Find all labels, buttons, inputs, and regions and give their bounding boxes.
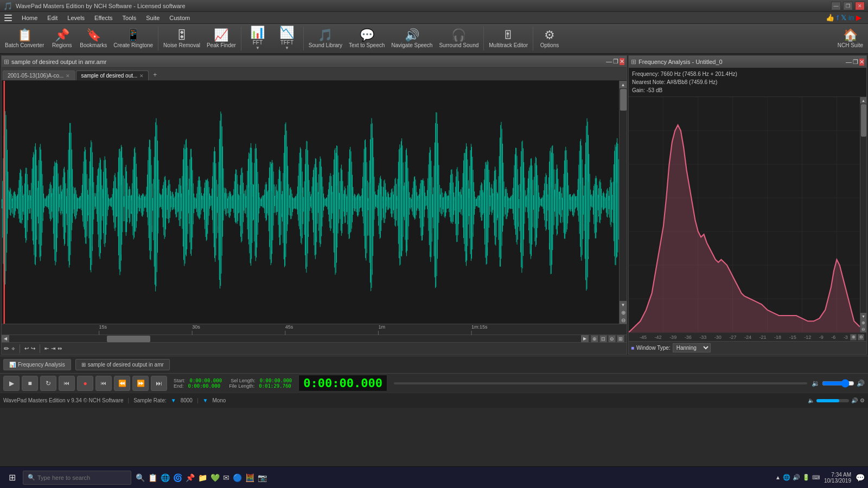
menu-levels[interactable]: Levels <box>63 14 89 22</box>
taskbar-search[interactable]: 🔍 <box>136 473 145 482</box>
minimize-button[interactable]: — <box>831 2 841 10</box>
freq-zoom-out-h[interactable]: ⊖ <box>858 334 864 341</box>
freq-zoom-in-h[interactable]: ⊕ <box>850 334 857 341</box>
menu-effects[interactable]: Effects <box>90 14 117 22</box>
freq-scroll-track[interactable] <box>860 104 866 313</box>
tray-arrow[interactable]: ▲ <box>775 474 781 480</box>
settings-icon[interactable]: ⚙ <box>860 397 865 403</box>
h-scroll-track[interactable] <box>9 335 581 342</box>
menu-edit[interactable]: Edit <box>43 14 62 22</box>
waveform-minimize[interactable]: — <box>606 58 612 65</box>
scroll-right-button[interactable]: ▶ <box>581 335 589 343</box>
status-tab-freq[interactable]: 📊 Frequency Analysis <box>3 359 71 370</box>
play-button[interactable]: ▶ <box>3 376 20 391</box>
tab-1-close[interactable]: ✕ <box>139 73 144 79</box>
channels-dropdown[interactable]: ▼ <box>203 397 208 403</box>
taskbar-edge[interactable]: 🌐 <box>161 473 170 482</box>
notifications-icon[interactable]: 💬 <box>856 473 865 482</box>
search-bar[interactable]: 🔍 <box>23 471 131 485</box>
tab-0-close[interactable]: ✕ <box>66 73 70 79</box>
loop-button[interactable]: ↻ <box>40 376 56 391</box>
peak-finder-button[interactable]: 📈 Peak Finder <box>204 25 239 52</box>
window-type-select[interactable]: Hanning Hamming Blackman <box>673 343 711 352</box>
h-scroll-thumb[interactable] <box>107 336 150 342</box>
undo-button[interactable]: ↩ <box>24 345 29 351</box>
align-center[interactable]: ⇔ <box>58 345 62 351</box>
create-ringtone-button[interactable]: 📱 Create Ringtone <box>111 25 156 52</box>
menu-suite[interactable]: Suite <box>142 14 164 22</box>
taskbar-view[interactable]: 📋 <box>148 473 157 482</box>
menu-custom[interactable]: Custom <box>165 14 194 22</box>
align-right[interactable]: ⇥ <box>51 345 55 351</box>
stop-button[interactable]: ■ <box>22 376 38 391</box>
fast-forward-button[interactable]: ⏩ <box>132 376 149 391</box>
zoom-in-h[interactable]: ⊕ <box>591 335 598 343</box>
record-button[interactable]: ● <box>77 376 93 391</box>
multitrack-editor-button[interactable]: 🎚 Multitrack Editor <box>486 25 531 52</box>
taskbar-photos[interactable]: 📷 <box>258 473 267 482</box>
options-button[interactable]: ⚙ Options <box>535 25 564 52</box>
regions-button[interactable]: 📌 Regions <box>48 25 76 52</box>
freq-minimize[interactable]: — <box>846 59 852 66</box>
scroll-left-button[interactable]: ◀ <box>2 335 9 343</box>
zoom-sel[interactable]: ⊞ <box>617 335 624 343</box>
taskbar-store[interactable]: 📌 <box>186 473 195 482</box>
zoom-out-h[interactable]: ⊖ <box>608 335 616 343</box>
noise-removal-button[interactable]: 🎛 Noise Removal <box>161 25 203 52</box>
scroll-thumb[interactable] <box>620 89 627 111</box>
edit-tool[interactable]: ✏ <box>4 345 9 352</box>
navigate-speech-button[interactable]: 🔊 Navigate Speech <box>388 25 435 52</box>
zoom-fit-h[interactable]: ⊡ <box>599 335 607 343</box>
freq-maximize[interactable]: ❐ <box>853 59 858 66</box>
menu-tools[interactable]: Tools <box>118 14 141 22</box>
zoom-out-v[interactable]: ⊖ <box>620 316 627 324</box>
horizontal-scrollbar[interactable]: ◀ ▶ ⊕ ⊡ ⊖ ⊞ <box>2 335 627 342</box>
add-tab-button[interactable]: + <box>150 69 160 80</box>
surround-sound-button[interactable]: 🎧 Surround Sound <box>436 25 481 52</box>
scroll-down-button[interactable]: ▼ <box>620 301 627 309</box>
menu-home[interactable]: Home <box>17 14 42 22</box>
scroll-track[interactable] <box>620 88 627 301</box>
zoom-in-v[interactable]: ⊕ <box>620 309 627 316</box>
text-to-speech-button[interactable]: 💬 Text to Speech <box>346 25 387 52</box>
fft-button[interactable]: 📊 FFT ▼ <box>244 25 272 52</box>
freq-scroll-thumb[interactable] <box>861 104 866 137</box>
taskbar-onedrive[interactable]: 🌀 <box>173 473 182 482</box>
prev-button[interactable]: ⏮ <box>95 376 112 391</box>
vertical-scrollbar[interactable]: ▲ ▼ ⊕ ⊖ <box>619 81 627 324</box>
search-input[interactable] <box>37 474 126 481</box>
hamburger-menu[interactable] <box>2 13 14 23</box>
sample-rate-dropdown[interactable]: ▼ <box>171 397 176 403</box>
waveform-tab-0[interactable]: 2001-05-13(106)A-co... ✕ <box>3 70 75 80</box>
window-controls[interactable]: — ❐ ✕ <box>831 2 865 10</box>
bookmarks-button[interactable]: 🔖 Bookmarks <box>77 25 110 52</box>
redo-button[interactable]: ↪ <box>31 345 35 351</box>
taskbar-calc[interactable]: 🧮 <box>245 473 254 482</box>
scroll-up-button[interactable]: ▲ <box>620 81 627 88</box>
freq-scroll-up[interactable]: ▲ <box>860 97 867 104</box>
freq-v-scrollbar[interactable]: ▲ ▼ ⊕ ⊖ <box>860 97 866 332</box>
goto-start-button[interactable]: ⏮ <box>59 376 75 391</box>
taskbar-whatsapp[interactable]: 💚 <box>210 473 220 482</box>
marker-tool[interactable]: ⌖ <box>11 345 15 352</box>
next-button[interactable]: ⏭ <box>151 376 167 391</box>
taskbar-files[interactable]: 📁 <box>198 473 207 482</box>
waveform-tab-1[interactable]: sample of desired out... ✕ <box>76 70 149 80</box>
tfft-button[interactable]: 📉 TFFT ▼ <box>273 25 301 52</box>
sound-library-button[interactable]: 🎵 Sound Library <box>306 25 345 52</box>
nch-suite-button[interactable]: 🏠 NCH Suite <box>835 25 866 52</box>
volume-slider[interactable] <box>822 380 854 387</box>
status-tab-sample[interactable]: ⊞ sample of desired output in amr <box>75 359 170 370</box>
freq-close[interactable]: ✕ <box>859 59 864 66</box>
freq-zoom-out[interactable]: ⊖ <box>860 326 867 332</box>
taskbar-mail[interactable]: ✉ <box>223 473 229 482</box>
align-left[interactable]: ⇤ <box>44 345 49 351</box>
rewind-button[interactable]: ⏪ <box>114 376 130 391</box>
taskbar-network[interactable]: 🔵 <box>233 473 242 482</box>
batch-converter-button[interactable]: 📋 Batch Converter <box>2 25 47 52</box>
freq-scroll-down[interactable]: ▼ <box>860 313 867 319</box>
close-button[interactable]: ✕ <box>855 2 865 10</box>
start-button[interactable]: ⊞ <box>3 469 21 486</box>
freq-zoom-in[interactable]: ⊕ <box>860 319 867 326</box>
clock[interactable]: 7:34 AM 10/13/2019 <box>824 472 851 484</box>
